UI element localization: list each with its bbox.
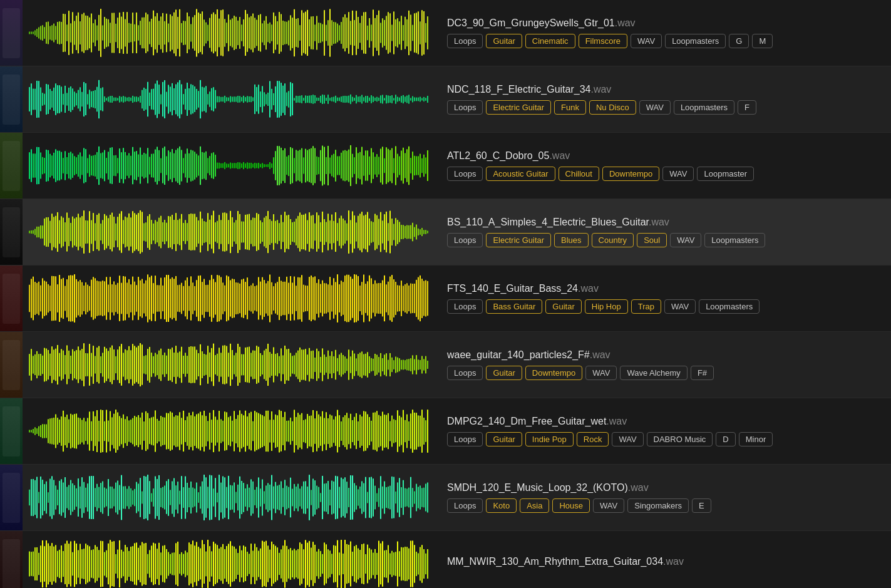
track-tag[interactable]: Loops (447, 34, 483, 48)
svg-rect-1829 (264, 542, 265, 586)
svg-rect-1878 (356, 545, 357, 582)
waveform-container[interactable] (23, 0, 436, 66)
track-row[interactable]: NDC_118_F_Electric_Guitar_34.wavLoopsEle… (0, 66, 891, 133)
track-tag[interactable]: Loopmasters (665, 34, 726, 48)
waveform-container[interactable] (23, 332, 436, 398)
track-tag[interactable]: G (729, 34, 749, 48)
track-tag[interactable]: Loops (447, 498, 483, 513)
track-tag[interactable]: Loopmasters (704, 233, 765, 247)
track-tag[interactable]: WAV (662, 167, 694, 181)
track-tag[interactable]: D (716, 432, 735, 446)
track-tag[interactable]: E (692, 498, 711, 513)
track-tag[interactable]: Loops (447, 233, 483, 247)
svg-rect-1736 (89, 546, 90, 581)
track-tag[interactable]: Trap (631, 299, 661, 314)
track-tag[interactable]: Loopmaster (697, 167, 754, 181)
track-tag[interactable]: Loops (447, 432, 483, 446)
svg-rect-1364 (190, 415, 192, 447)
track-tag[interactable]: WAV (670, 233, 701, 247)
track-row[interactable]: ATL2_60_C_Dobro_05.wavLoopsAcoustic Guit… (0, 133, 891, 199)
svg-rect-1910 (416, 552, 417, 576)
svg-rect-1308 (85, 421, 86, 441)
track-row[interactable]: SMDH_120_E_Music_Loop_32_(KOTO).wavLoops… (0, 465, 891, 531)
track-tag[interactable]: M (752, 34, 773, 48)
track-tag[interactable]: Guitar (486, 366, 522, 380)
track-tag[interactable]: Loops (447, 299, 483, 314)
svg-rect-1892 (382, 541, 383, 586)
track-tag[interactable]: F (738, 100, 756, 115)
track-tag[interactable]: Downtempo (602, 167, 659, 181)
track-row[interactable]: waee_guitar_140_particles2_F#.wavLoopsGu… (0, 332, 891, 398)
svg-rect-1656 (339, 487, 340, 508)
svg-rect-667 (81, 216, 83, 248)
track-tag[interactable]: Guitar (486, 34, 522, 48)
waveform-container[interactable] (23, 531, 436, 588)
svg-rect-1730 (78, 550, 79, 578)
waveform-container[interactable] (23, 266, 436, 331)
track-tag[interactable]: WAV (593, 498, 624, 513)
track-row[interactable]: BS_110_A_Simples_4_Electric_Blues_Guitar… (0, 199, 891, 266)
waveform-container[interactable] (23, 199, 436, 265)
svg-rect-382 (346, 96, 348, 102)
track-tag[interactable]: Asia (520, 498, 549, 513)
svg-rect-203 (410, 14, 411, 51)
waveform-container[interactable] (23, 465, 436, 530)
svg-rect-98 (213, 13, 214, 53)
track-row[interactable]: DC3_90_Gm_GrungeySwells_Gtr_01.wavLoopsG… (0, 0, 891, 66)
track-tag[interactable]: Blues (554, 233, 589, 247)
track-tag[interactable]: Rock (577, 432, 609, 446)
track-tag[interactable]: Loopmasters (699, 299, 760, 314)
track-tag[interactable]: Loopmasters (674, 100, 734, 115)
track-tag[interactable]: Funk (554, 100, 586, 115)
track-tag[interactable]: F# (691, 366, 714, 380)
track-tag[interactable]: Nu Disco (589, 100, 636, 115)
track-tag[interactable]: WAV (585, 366, 617, 380)
track-row[interactable]: DMPG2_140_Dm_Free_Guitar_wet.wavLoopsGui… (0, 398, 891, 465)
track-row[interactable]: MM_NWIR_130_Am_Rhythm_Extra_Guitar_034.w… (0, 531, 891, 588)
svg-rect-1694 (410, 477, 411, 518)
track-tag[interactable]: Chillout (559, 167, 599, 181)
track-tag[interactable]: Acoustic Guitar (486, 167, 555, 181)
svg-rect-210 (423, 11, 425, 54)
track-tag[interactable]: Electric Guitar (486, 233, 551, 247)
track-tag[interactable]: WAV (664, 299, 696, 314)
track-tag[interactable]: Loops (447, 366, 483, 380)
svg-rect-893 (106, 277, 107, 319)
track-tag[interactable]: Cinematic (525, 34, 575, 48)
track-tag[interactable]: Wave Alchemy (620, 366, 688, 380)
track-tag[interactable]: WAV (631, 34, 662, 48)
track-tag[interactable]: Downtempo (525, 366, 582, 380)
track-thumbnail (0, 0, 23, 66)
svg-rect-1787 (185, 550, 186, 577)
track-tag[interactable]: DABRO Music (647, 432, 713, 446)
svg-rect-1479 (406, 415, 408, 448)
svg-rect-297 (187, 83, 188, 116)
track-tag[interactable]: Soul (637, 233, 667, 247)
track-tag[interactable]: Filmscore (579, 34, 627, 48)
track-tag[interactable]: Loops (447, 167, 483, 181)
track-tag[interactable]: Bass Guitar (486, 299, 542, 314)
track-tag[interactable]: Guitar (486, 432, 522, 446)
svg-rect-4 (36, 29, 38, 37)
track-tag[interactable]: Hip Hop (585, 299, 628, 314)
waveform-container[interactable] (23, 66, 436, 132)
svg-rect-732 (203, 221, 205, 243)
svg-rect-1139 (168, 349, 169, 381)
track-tag[interactable]: Electric Guitar (486, 100, 551, 115)
track-tag[interactable]: WAV (639, 100, 671, 115)
track-tag[interactable]: WAV (612, 432, 643, 446)
track-tag[interactable]: House (552, 498, 590, 513)
track-tag[interactable]: Singomakers (627, 498, 689, 513)
svg-rect-40 (104, 17, 105, 49)
track-tag[interactable]: Guitar (545, 299, 581, 314)
waveform-container[interactable] (23, 133, 436, 199)
track-row[interactable]: FTS_140_E_Guitar_Bass_24.wavLoopsBass Gu… (0, 266, 891, 332)
svg-rect-1329 (125, 419, 126, 443)
track-tag[interactable]: Loops (447, 100, 483, 115)
svg-rect-222 (46, 84, 47, 115)
track-tag[interactable]: Country (592, 233, 634, 247)
waveform-container[interactable] (23, 398, 436, 464)
track-tag[interactable]: Koto (486, 498, 517, 513)
track-tag[interactable]: Indie Pop (525, 432, 574, 446)
track-tag[interactable]: Minor (739, 432, 773, 446)
